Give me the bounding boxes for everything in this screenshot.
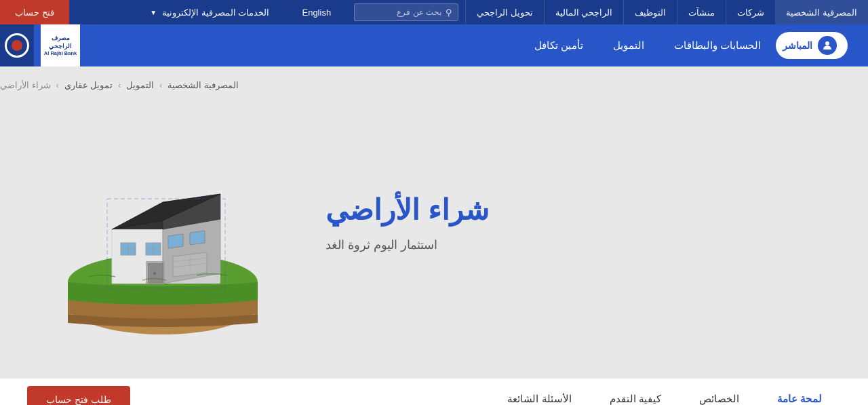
sidebar-item-companies[interactable]: شركات bbox=[726, 0, 775, 24]
logo-emblem bbox=[5, 33, 29, 58]
hero-image-area bbox=[0, 66, 326, 379]
top-nav-left: فتح حساب bbox=[0, 0, 69, 24]
sidebar-item-employment[interactable]: التوظيف bbox=[623, 0, 677, 24]
electronic-services-menu[interactable]: الخدمات المصرفية الإلكترونية ▼ bbox=[140, 0, 279, 24]
search-input[interactable] bbox=[360, 7, 441, 17]
chevron-down-icon: ▼ bbox=[150, 9, 157, 16]
sidebar-item-personal-banking[interactable]: المصرفية الشخصية bbox=[775, 0, 868, 24]
svg-point-11 bbox=[153, 272, 156, 275]
direct-button[interactable]: المباشر bbox=[776, 32, 848, 59]
search-icon: ⚲ bbox=[446, 7, 452, 18]
search-area: ⚲ English الخدمات المصرفية الإلكترونية ▼ bbox=[140, 0, 458, 24]
tab-features[interactable]: الخصائص bbox=[680, 379, 758, 405]
nav-accounts-cards[interactable]: الحسابات والبطاقات bbox=[659, 24, 776, 66]
open-account-cta-button[interactable]: طلب فتح حساب bbox=[27, 386, 130, 405]
top-nav-right-links: المصرفية الشخصية شركات منشآت التوظيف الر… bbox=[140, 0, 868, 24]
hero-title: شراء الأراضي bbox=[326, 193, 489, 227]
sidebar-item-platforms[interactable]: منشآت bbox=[677, 0, 726, 24]
nav-financing[interactable]: التمويل bbox=[598, 24, 659, 66]
person-icon bbox=[822, 40, 833, 51]
direct-icon bbox=[818, 36, 837, 55]
logo-icon-box bbox=[0, 24, 34, 66]
search-box[interactable]: ⚲ bbox=[354, 3, 458, 21]
language-selector[interactable]: English bbox=[292, 0, 340, 24]
top-navigation: المصرفية الشخصية شركات منشآت التوظيف الر… bbox=[0, 0, 868, 24]
hero-content: شراء الأراضي استثمار اليوم ثروة الغد bbox=[326, 66, 868, 379]
sidebar-item-transfer[interactable]: تحويل الراجحي bbox=[465, 0, 544, 24]
tab-how-to-apply[interactable]: كيفية التقدم bbox=[591, 379, 680, 405]
svg-point-0 bbox=[825, 41, 829, 45]
sidebar-item-financial[interactable]: الراجحي المالية bbox=[544, 0, 624, 24]
hero-section: المصرفية الشخصية › التمويل › تمويل عقاري… bbox=[0, 66, 868, 379]
logo-en-text: Al Rajhi Bank bbox=[44, 50, 77, 56]
tab-overview[interactable]: لمحة عامة bbox=[758, 379, 841, 405]
open-account-button[interactable]: فتح حساب bbox=[0, 0, 69, 24]
direct-label: المباشر bbox=[783, 40, 812, 51]
logo-text-box: مصرف الراجحي Al Rajhi Bank bbox=[41, 24, 80, 66]
tab-faq[interactable]: الأسئلة الشائعة bbox=[488, 379, 590, 405]
logo-ar-text: مصرف الراجحي bbox=[43, 35, 77, 50]
bottom-bar: لمحة عامة الخصائص كيفية التقدم الأسئلة ا… bbox=[0, 379, 868, 405]
services-label: الخدمات المصرفية الإلكترونية bbox=[162, 7, 269, 18]
middle-navigation: المباشر الحسابات والبطاقات التمويل تأمين… bbox=[0, 24, 868, 66]
hero-subtitle: استثمار اليوم ثروة الغد bbox=[326, 237, 437, 252]
middle-nav-right: المباشر الحسابات والبطاقات التمويل تأمين… bbox=[519, 24, 854, 66]
house-3d-illustration bbox=[47, 107, 278, 338]
nav-insurance[interactable]: تأمين تكافل bbox=[519, 24, 598, 66]
logo-area: مصرف الراجحي Al Rajhi Bank bbox=[0, 24, 80, 66]
bottom-tabs: لمحة عامة الخصائص كيفية التقدم الأسئلة ا… bbox=[488, 379, 841, 405]
